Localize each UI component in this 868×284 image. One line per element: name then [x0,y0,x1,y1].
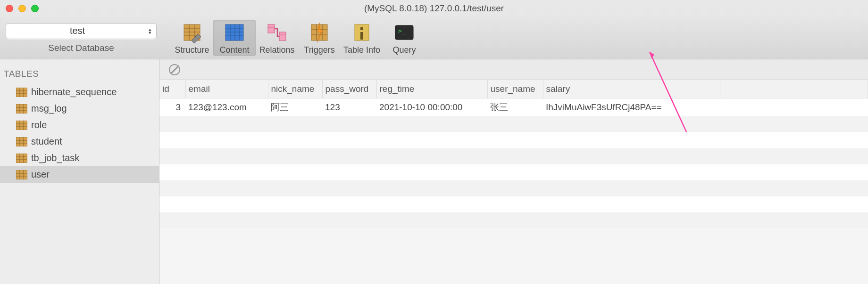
col-header-id[interactable]: id [159,80,185,98]
relations-label: Relations [259,45,294,55]
empty-row [159,180,868,196]
table-icon [16,154,27,163]
empty-row [159,196,868,212]
col-header-nick-name[interactable]: nick_name [268,80,322,98]
query-icon: >_ [393,22,415,43]
table-item-msg-log[interactable]: msg_log [0,100,159,117]
cell-pass-word[interactable]: 123 [322,98,376,117]
svg-rect-14 [279,32,286,41]
svg-rect-27 [16,88,27,97]
window-title: (MySQL 8.0.18) 127.0.0.1/test/user [364,3,504,14]
table-item-user[interactable]: user [0,166,159,183]
relations-icon [266,22,288,43]
table-item-label: tb_job_task [31,153,79,163]
sidebar: TABLES hibernate_sequence msg_log role s… [0,59,159,284]
col-header-user-name[interactable]: user_name [487,80,543,98]
table-row[interactable]: 3 123@123.com 阿三 123 2021-10-10 00:00:00… [159,98,868,117]
minimize-window-button[interactable] [18,5,26,12]
cell-nick-name[interactable]: 阿三 [268,98,322,117]
svg-text:>_: >_ [398,27,406,34]
content-icon [224,22,245,43]
database-selector[interactable]: test ▴▾ [6,23,157,39]
table-item-label: user [31,169,50,180]
query-tab[interactable]: >_ Query [383,20,426,56]
table-icon [16,137,27,146]
maximize-window-button[interactable] [31,5,39,12]
cell-spacer [720,98,868,117]
table-item-label: student [31,136,62,147]
window-controls [6,5,39,12]
structure-tab[interactable]: Structure [171,20,213,56]
cell-salary[interactable]: IhJviMuAiwF3sUfRCj48PA== [543,98,720,117]
table-info-label: Table Info [343,45,380,55]
table-icon [16,121,27,130]
empty-row [159,116,868,132]
empty-row [159,212,868,228]
app-window: (MySQL 8.0.18) 127.0.0.1/test/user test … [0,0,868,284]
table-icon [16,170,27,179]
empty-row [159,164,868,180]
col-header-salary[interactable]: salary [543,80,720,98]
sidebar-header: TABLES [0,62,159,84]
table-info-icon [351,22,373,43]
database-selector-wrap: test ▴▾ Select Database [6,23,157,53]
content-pane: id email nick_name pass_word reg_time us… [159,59,868,284]
col-header-reg-time[interactable]: reg_time [376,80,487,98]
triggers-label: Triggers [304,45,334,55]
data-grid[interactable]: id email nick_name pass_word reg_time us… [159,80,868,228]
empty-row [159,148,868,164]
table-item-label: hibernate_sequence [31,87,117,97]
svg-rect-24 [360,32,363,40]
table-item-tb-job-task[interactable]: tb_job_task [0,150,159,166]
table-item-role[interactable]: role [0,117,159,133]
triggers-tab[interactable]: Triggers [298,20,341,56]
empty-row [159,132,868,148]
clear-filter-icon[interactable] [169,64,180,75]
svg-rect-47 [16,154,27,163]
table-icon [16,88,27,97]
svg-rect-42 [16,137,27,146]
table-item-student[interactable]: student [0,133,159,150]
col-header-email[interactable]: email [185,80,268,98]
database-selector-caption: Select Database [48,43,114,53]
query-label: Query [392,45,416,55]
tool-buttons: Structure Content [171,20,426,56]
table-info-tab[interactable]: Table Info [341,20,383,56]
content-tab[interactable]: Content [213,20,256,56]
col-header-pass-word[interactable]: pass_word [322,80,376,98]
structure-icon [181,22,203,43]
content-toolbar [159,59,868,80]
svg-rect-32 [16,104,27,114]
close-window-button[interactable] [6,5,13,12]
col-header-spacer [720,80,868,98]
table-item-label: role [31,120,47,130]
svg-rect-13 [268,24,275,33]
titlebar: (MySQL 8.0.18) 127.0.0.1/test/user [0,0,868,17]
table-item-label: msg_log [31,103,67,114]
svg-rect-52 [16,170,27,179]
cell-email[interactable]: 123@123.com [185,98,268,117]
main-area: TABLES hibernate_sequence msg_log role s… [0,59,868,284]
toolbar: test ▴▾ Select Database [0,17,868,59]
svg-rect-37 [16,121,27,130]
svg-rect-6 [225,24,243,41]
updown-arrows-icon: ▴▾ [149,28,151,34]
header-row: id email nick_name pass_word reg_time us… [159,80,868,98]
content-label: Content [219,45,249,55]
svg-rect-23 [360,27,363,30]
database-selector-value: test [6,25,149,36]
cell-reg-time[interactable]: 2021-10-10 00:00:00 [376,98,487,117]
relations-tab[interactable]: Relations [256,20,298,56]
triggers-icon [309,22,330,43]
cell-user-name[interactable]: 张三 [487,98,543,117]
structure-label: Structure [175,45,209,55]
cell-id[interactable]: 3 [159,98,185,117]
table-icon [16,104,27,114]
table-item-hibernate-sequence[interactable]: hibernate_sequence [0,84,159,100]
